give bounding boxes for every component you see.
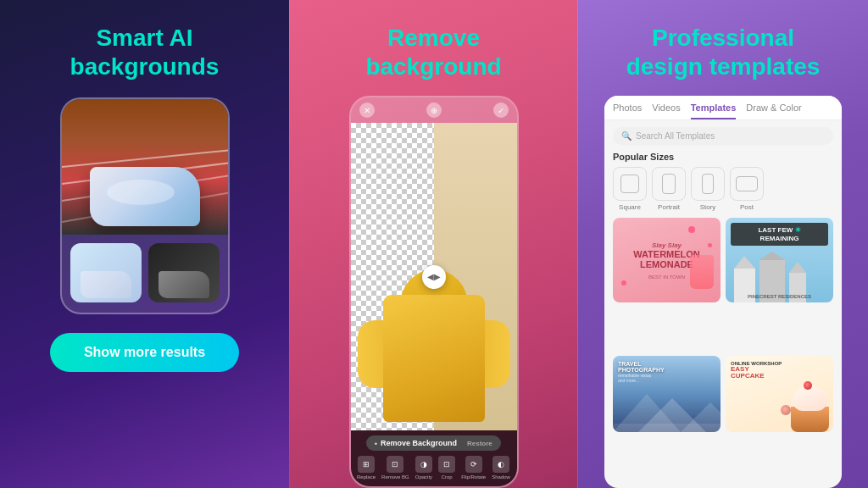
phone-mockup-1 [60, 97, 230, 314]
star-icon: ✳ [795, 226, 801, 234]
replace-icon: ⊞ [358, 456, 375, 473]
panel1-title-line2: backgrounds [70, 53, 220, 80]
travel-sub-text: remarkable vistasand more... [618, 373, 715, 383]
sneaker-thumb-2 [159, 271, 209, 298]
tab-photos[interactable]: Photos [613, 103, 642, 119]
size-story[interactable]: Story [691, 167, 725, 211]
template-watermelon[interactable]: Slay Slay WATERMELONLEMONADE BEST IN TOW… [613, 218, 721, 302]
panel3-title-line3: templates [709, 53, 821, 80]
size-post-label: Post [740, 203, 754, 211]
template-travel[interactable]: TRAVELPHOTOGRAPHY remarkable vistasand m… [613, 356, 721, 432]
tools-row: ⊞ Replace ⊡ Remove BG ◑ Opacity ⊡ Crop ⟳ [354, 454, 514, 481]
svg-rect-13 [613, 424, 721, 432]
template-search[interactable]: 🔍 Search All Templates [613, 127, 833, 145]
search-placeholder: Search All Templates [636, 131, 715, 141]
tool-crop[interactable]: ⊡ Crop [438, 456, 455, 480]
sneaker-main-image [90, 167, 200, 226]
tool-opacity[interactable]: ◑ Opacity [415, 456, 432, 480]
remove-bg-icon: ⊡ [387, 456, 403, 473]
popular-sizes-label: Popular Sizes [613, 152, 833, 162]
panel2-title-line2: background [365, 53, 501, 80]
show-more-button[interactable]: Show more results [50, 333, 239, 372]
remove-bg-label: Remove Background [381, 439, 457, 447]
size-portrait-label: Portrait [658, 203, 680, 211]
phone-mockup-2: ✕ ⊕ ✓ ◀▶ Remove Background Restore ⊞ [349, 96, 519, 488]
phone2-topbar: ✕ ⊕ ✓ [351, 97, 517, 123]
best-in-town-text: BEST IN TOWN [648, 274, 685, 280]
panel1-title-line1: Smart AI [96, 25, 192, 51]
size-square[interactable]: Square [613, 167, 647, 211]
flip-icon: ⟳ [465, 456, 482, 473]
thumbnail-2 [148, 243, 220, 302]
templates-grid: Slay Slay WATERMELONLEMONADE BEST IN TOW… [604, 218, 842, 488]
search-icon: 🔍 [621, 131, 632, 141]
pinecrest-label: PINECREST RESIDENCES [726, 294, 833, 299]
panel3-title-line1: Professional [652, 25, 794, 51]
svg-marker-7 [760, 252, 785, 260]
dot-decoration-2 [708, 243, 712, 247]
size-story-label: Story [700, 203, 716, 211]
tab-videos[interactable]: Videos [652, 103, 680, 119]
phone-main-canvas [62, 99, 228, 235]
cupcake-cherry [804, 381, 812, 390]
dot-decoration-1 [688, 226, 695, 233]
tab-draw-color[interactable]: Draw & Color [746, 103, 801, 119]
svg-marker-5 [734, 256, 755, 269]
tool-crop-label: Crop [442, 474, 453, 480]
tool-opacity-label: Opacity [415, 474, 432, 480]
tool-shadow[interactable]: ◐ Shadow [492, 456, 510, 480]
hoodie-image [375, 269, 493, 422]
tab-templates[interactable]: Templates [691, 103, 737, 119]
travel-photography-text: TRAVELPHOTOGRAPHY [618, 361, 715, 373]
panel1-heading: Smart AI backgrounds [70, 24, 220, 80]
slay-slay-text: Slay Slay [652, 241, 682, 249]
panel-remove-background: Remove background ✕ ⊕ ✓ ◀▶ Remove Backgr… [289, 0, 578, 488]
easy-cupcake-title: EASYCUPCAKE [731, 366, 828, 381]
panel-smart-ai-backgrounds: Smart AI backgrounds Show more results [0, 0, 289, 488]
check-icon[interactable]: ✓ [493, 103, 509, 118]
bg-remove-canvas: ◀▶ [351, 123, 517, 430]
tool-replace-label: Replace [357, 474, 376, 480]
restore-label[interactable]: Restore [467, 440, 492, 447]
tool-remove-bg-label: Remove BG [381, 474, 409, 480]
phone-thumbnails [62, 235, 228, 313]
panel2-heading: Remove background [365, 24, 501, 80]
panel3-title-line2: design [626, 53, 703, 80]
shadow-icon: ◐ [492, 456, 509, 473]
last-few-badge: LAST FEW ✳REMAINING [731, 223, 828, 246]
close-icon[interactable]: ✕ [359, 103, 375, 118]
tool-replace[interactable]: ⊞ Replace [357, 456, 376, 480]
remove-bg-badge: Remove Background Restore [366, 435, 501, 451]
cupcake-2 [781, 405, 791, 415]
opacity-icon: ◑ [415, 456, 432, 473]
design-tabs: Photos Videos Templates Draw & Color [604, 96, 842, 120]
crop-icon: ⊡ [438, 456, 455, 473]
sneaker-thumb-1 [81, 271, 131, 298]
size-portrait[interactable]: Portrait [652, 167, 686, 211]
panel-design-templates: Professional design templates Photos Vid… [578, 0, 868, 488]
thumbnail-1 [70, 243, 142, 302]
phone2-toolbar: Remove Background Restore ⊞ Replace ⊡ Re… [351, 430, 517, 486]
mountains-svg [613, 385, 721, 432]
template-pinecrest[interactable]: LAST FEW ✳REMAINING PINECREST RESIDENCES [726, 218, 833, 302]
tool-flip[interactable]: ⟳ Flip/Rotate [461, 456, 486, 480]
svg-marker-9 [789, 262, 806, 273]
design-app-ui: Photos Videos Templates Draw & Color 🔍 S… [604, 96, 842, 488]
svg-line-0 [62, 150, 228, 167]
tool-remove-bg[interactable]: ⊡ Remove BG [381, 456, 409, 480]
dot-decoration-3 [621, 280, 626, 286]
drink-glass [690, 251, 714, 289]
panel2-title-line1: Remove [387, 25, 480, 51]
panel3-heading: Professional design templates [626, 24, 821, 80]
size-square-label: Square [619, 203, 641, 211]
divider-handle[interactable]: ◀▶ [422, 265, 446, 289]
tool-shadow-label: Shadow [492, 474, 510, 480]
size-post[interactable]: Post [730, 167, 764, 211]
layers-icon[interactable]: ⊕ [426, 103, 442, 118]
template-cupcake[interactable]: ONLINE WORKSHOP EASYCUPCAKE [726, 356, 833, 432]
tool-flip-label: Flip/Rotate [461, 474, 486, 480]
hoodie-body [383, 295, 485, 422]
sizes-row: Square Portrait Story Post [604, 167, 842, 211]
